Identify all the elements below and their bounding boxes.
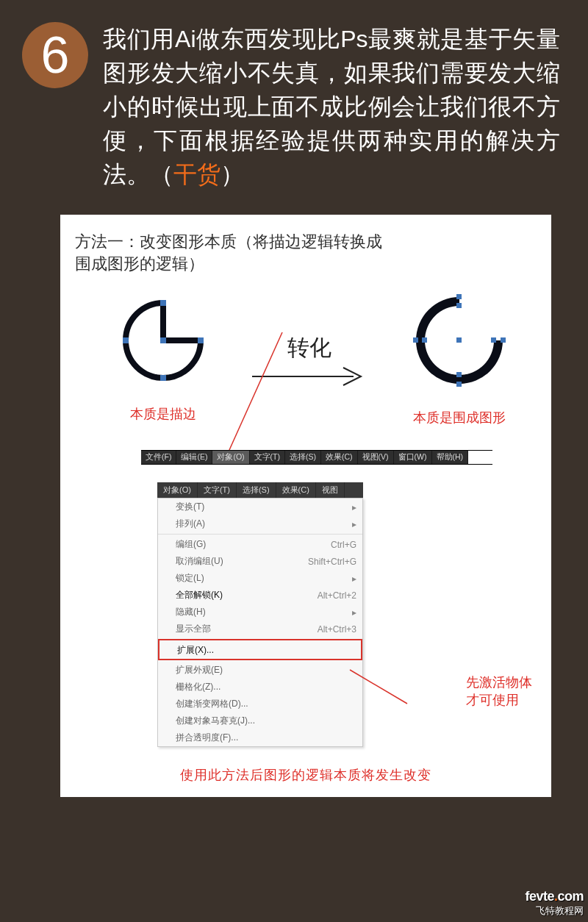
dd-item-label: 拼合透明度(F)... — [176, 732, 238, 744]
menu-file[interactable]: 文件(F) — [141, 451, 176, 464]
side-annotation: 先激活物体才可使用 — [466, 673, 537, 709]
svg-rect-11 — [456, 303, 462, 308]
watermark-brand-b: com — [557, 889, 584, 904]
shape-right-col: 本质是围成图形 — [412, 293, 507, 426]
dropdown-menu: 变换(T)▸排列(A)▸编组(G)Ctrl+G取消编组(U)Shift+Ctrl… — [157, 498, 363, 747]
dd-item[interactable]: 栅格化(Z)... — [158, 679, 362, 696]
svg-rect-14 — [422, 337, 427, 343]
method-title: 方法一：改变图形本质（将描边逻辑转换成 围成图形的逻辑） — [75, 231, 537, 275]
watermark: fevte.com 飞特教程网 — [525, 889, 584, 918]
arrow-col: 转化 — [251, 333, 368, 387]
dd-item[interactable]: 创建渐变网格(D)... — [158, 696, 362, 712]
dd-item-label: 锁定(L) — [176, 572, 204, 585]
svg-rect-13 — [456, 372, 462, 377]
dd-item-label: 全部解锁(K) — [176, 589, 223, 601]
dd-item-label: 扩展(X)... — [177, 644, 214, 657]
svg-rect-9 — [413, 337, 418, 343]
dd-item[interactable]: 显示全部Alt+Ctrl+3 — [158, 621, 362, 637]
svg-rect-7 — [501, 337, 506, 343]
dd-item[interactable]: 变换(T)▸ — [158, 498, 362, 515]
svg-rect-10 — [456, 337, 462, 343]
dd-item[interactable]: 隐藏(H)▸ — [158, 604, 362, 621]
dd-item-label: 栅格化(Z)... — [176, 681, 220, 693]
dd-item-label: 扩展外观(E) — [176, 664, 223, 676]
svg-rect-1 — [198, 337, 204, 343]
dd-tab-type[interactable]: 文字(T) — [198, 482, 237, 498]
dd-item-shortcut: Alt+Ctrl+2 — [318, 590, 356, 601]
intro-before: 我们用Ai做东西发现比Ps最爽就是基于矢量图形发大缩小不失真，如果我们需要发大缩… — [103, 26, 560, 187]
intro-after: ） — [220, 161, 244, 187]
menu-view[interactable]: 视图(V) — [358, 451, 394, 464]
watermark-brand-a: fevte — [525, 889, 554, 904]
dd-item[interactable]: 创建对象马赛克(J)... — [158, 712, 362, 729]
menu-select[interactable]: 选择(S) — [285, 451, 321, 464]
dd-item[interactable]: 排列(A)▸ — [158, 515, 362, 532]
dd-tab-effect[interactable]: 效果(C) — [276, 482, 316, 498]
intro-highlight: 干货 — [173, 161, 220, 187]
dd-tab-object[interactable]: 对象(O) — [157, 482, 198, 498]
menu-help[interactable]: 帮助(H) — [432, 451, 469, 464]
submenu-arrow-icon: ▸ — [352, 607, 356, 618]
intro-paragraph: 我们用Ai做东西发现比Ps最爽就是基于矢量图形发大缩小不失真，如果我们需要发大缩… — [103, 22, 560, 191]
step-number-badge: 6 — [22, 22, 88, 88]
dd-item[interactable]: 拼合透明度(F)... — [158, 729, 362, 746]
app-top-menu: 文件(F) 编辑(E) 对象(O) 文字(T) 选择(S) 效果(C) 视图(V… — [141, 450, 492, 465]
submenu-arrow-icon: ▸ — [352, 502, 356, 512]
watermark-brand: fevte.com — [525, 889, 584, 904]
method-panel: 方法一：改变图形本质（将描边逻辑转换成 围成图形的逻辑） 本质是描边 转化 — [60, 215, 551, 797]
dd-tab-view[interactable]: 视图 — [316, 482, 345, 498]
svg-rect-12 — [491, 337, 496, 343]
svg-rect-3 — [123, 337, 129, 343]
dd-item-label: 取消编组(U) — [176, 555, 223, 568]
dd-item-shortcut: Alt+Ctrl+3 — [318, 624, 356, 635]
pacman-stroke-icon — [119, 296, 207, 385]
dd-item-label: 创建渐变网格(D)... — [176, 698, 248, 710]
watermark-sub: 飞特教程网 — [536, 904, 584, 918]
svg-rect-6 — [456, 294, 462, 299]
shape-left-col: 本质是描边 — [119, 296, 207, 423]
dropdown-tabs: 对象(O) 文字(T) 选择(S) 效果(C) 视图 — [157, 482, 363, 498]
dd-item[interactable]: 取消编组(U)Shift+Ctrl+G — [158, 553, 362, 570]
dd-item-label: 变换(T) — [176, 501, 204, 513]
menu-edit[interactable]: 编辑(E) — [176, 451, 212, 464]
caption-right: 本质是围成图形 — [413, 409, 506, 426]
bottom-annotation: 使用此方法后图形的逻辑本质将发生改变 — [75, 766, 537, 784]
svg-rect-4 — [160, 337, 166, 343]
dd-item[interactable]: 扩展外观(E) — [158, 662, 362, 679]
dd-tab-select[interactable]: 选择(S) — [237, 482, 276, 498]
method-title-line2: 围成图形的逻辑） — [75, 254, 204, 273]
tutorial-header: 6 我们用Ai做东西发现比Ps最爽就是基于矢量图形发大缩小不失真，如果我们需要发… — [0, 0, 588, 206]
dd-item[interactable]: 编组(G)Ctrl+G — [158, 534, 362, 553]
pacman-fill-icon — [412, 293, 507, 388]
submenu-arrow-icon: ▸ — [352, 573, 356, 584]
menu-type[interactable]: 文字(T) — [250, 451, 285, 464]
menu-effect[interactable]: 效果(C) — [321, 451, 358, 464]
svg-rect-8 — [456, 382, 462, 387]
caption-left: 本质是描边 — [130, 405, 196, 423]
dd-item-label: 创建对象马赛克(J)... — [176, 715, 255, 727]
dd-item-label: 显示全部 — [176, 623, 211, 635]
svg-rect-2 — [160, 375, 166, 381]
method-title-line1: 方法一：改变图形本质（将描边逻辑转换成 — [75, 232, 382, 251]
dd-item-label: 隐藏(H) — [176, 606, 206, 618]
menu-window[interactable]: 窗口(W) — [394, 451, 432, 464]
dd-item-label: 编组(G) — [176, 538, 206, 551]
arrow-label: 转化 — [287, 333, 331, 363]
arrow-right-icon — [251, 366, 368, 387]
menu-object[interactable]: 对象(O) — [212, 451, 249, 464]
dd-item-shortcut: Ctrl+G — [331, 540, 356, 550]
dd-item-label: 排列(A) — [176, 518, 205, 530]
shapes-row: 本质是描边 转化 本质是围成图形 — [119, 293, 507, 426]
dd-item[interactable]: 锁定(L)▸ — [158, 570, 362, 587]
dropdown-wrap: 对象(O) 文字(T) 选择(S) 效果(C) 视图 变换(T)▸排列(A)▸编… — [157, 482, 537, 747]
svg-rect-0 — [160, 300, 166, 306]
dd-item[interactable]: 全部解锁(K)Alt+Ctrl+2 — [158, 587, 362, 604]
dd-item[interactable]: 扩展(X)... — [158, 639, 362, 660]
dd-item-shortcut: Shift+Ctrl+G — [308, 557, 356, 567]
submenu-arrow-icon: ▸ — [352, 519, 356, 529]
